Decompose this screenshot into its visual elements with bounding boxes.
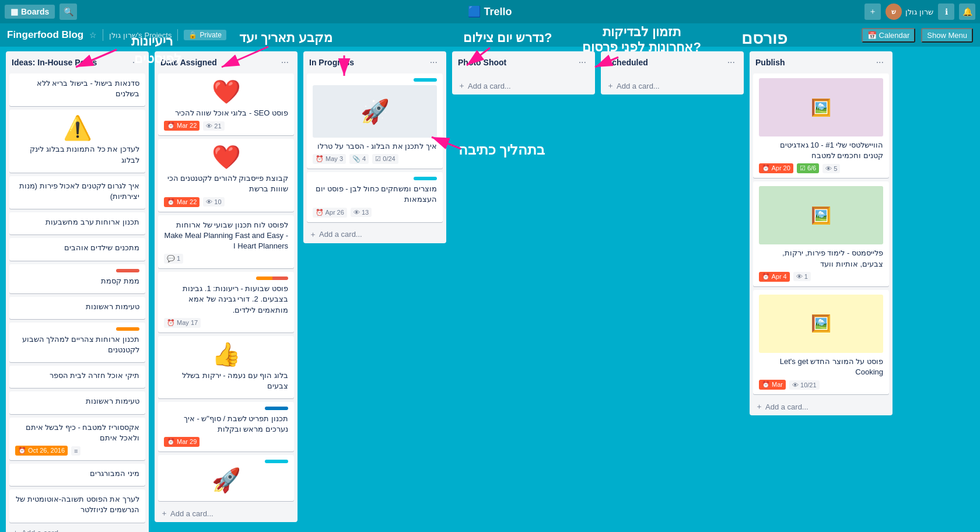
add-card-button[interactable]: ＋ Add a card... [750, 398, 892, 415]
card-text: תיקי אוכל חזרה לבית הספר [15, 370, 139, 381]
card-emoji: ❤️ [164, 78, 288, 106]
column-menu-button[interactable]: ··· [427, 56, 440, 69]
card-text: לעדכן את כל התמונות בבלוג לינק לבלוג [15, 144, 139, 165]
notification-button[interactable]: 🔔 [959, 4, 975, 20]
plus-icon: ＋ [12, 527, 19, 532]
card-emoji: 🚀 [164, 467, 288, 494]
column-header-photo-shoot: Photo Shoot ··· [452, 51, 595, 74]
search-button[interactable]: 🔍 [60, 4, 77, 20]
card-text: אקססוריז למטבח - כיף לבשל איתם ולאכל אית… [15, 422, 139, 443]
due-date-badge: ⏰ Oct 26, 2016 [15, 446, 68, 456]
star-icon[interactable]: ☆ [89, 30, 97, 40]
column-menu-button[interactable]: ··· [873, 56, 887, 69]
card[interactable]: מוצרים ומשחקים כחול לבן - פוסט יום העצמא… [307, 172, 443, 222]
column-menu-button[interactable]: ··· [576, 56, 589, 69]
trello-logo: 🟦 Trello [468, 5, 512, 18]
card-text: מתכנים שילדים אוהבים [15, 243, 139, 253]
card[interactable]: 👍בלוג הוף עם נעמה - ירקות בשלל צבעים [158, 336, 294, 398]
comments-badge: 💬 1 [164, 254, 183, 264]
divider2 [177, 29, 178, 41]
plus-icon: ＋ [607, 80, 614, 91]
add-button[interactable]: ＋ [864, 4, 881, 20]
color-bar [116, 269, 139, 272]
column-header-in-progress: In Progress ··· [303, 51, 446, 74]
checklist-badge: ☑ 0/24 [372, 154, 398, 164]
watchers-badge: 👁 10/21 [789, 380, 820, 390]
nav-right: ＋ ש שרון גולן ℹ 🔔 [864, 4, 975, 20]
watchers-badge: 👁 5 [822, 164, 840, 173]
card-text: תכנון ארוחות צהריים למהלך השבוע לקטנטנים [15, 334, 139, 355]
column-header-date-assigned: Date Assigned ··· [155, 51, 298, 74]
card-meta: ⏰ Mar 22👁 21 [164, 121, 288, 131]
sub-header: Fingerfood Blog ☆ שרון גולן's Projects 🔒… [0, 23, 980, 47]
column-header-publish: Publish ··· [750, 51, 892, 74]
card[interactable]: תכנון תפריט לשבת / סוף"ש - איך נערכים מר… [158, 402, 294, 452]
card[interactable]: 🚀 איך לתכנן את הבלוג - הסבר על טרלו⏰ May… [307, 74, 443, 169]
column-title: Publish [755, 58, 785, 67]
card-emoji: ❤️ [164, 144, 288, 171]
lock-icon: 🔒 [188, 31, 197, 39]
card[interactable]: תכנון ארוחות צהריים למהלך השבוע לקטנטנים [9, 323, 145, 362]
info-button[interactable]: ℹ [938, 4, 954, 20]
checklist-badge: ☑ 6/6 [797, 163, 819, 173]
card[interactable]: לערך את הפוסט תשובה-אוטומטית של הנרשמים … [9, 489, 145, 522]
card-emoji: ⚠️ [15, 114, 139, 142]
due-date-badge: ⏰ May 3 [313, 154, 346, 164]
card-text: פלייסמטס - לימוד פירות, ירקות, צבעים, או… [759, 248, 883, 269]
column-menu-button[interactable]: ··· [724, 56, 738, 69]
card[interactable]: טעימות ראשונות [9, 391, 145, 414]
add-card-button[interactable]: ＋ Add a card... [6, 524, 149, 532]
card[interactable]: פוסט שבועות - ריעונות: 1. גבינות בצבעים.… [158, 272, 294, 332]
card-image: 🚀 [313, 85, 437, 138]
column-title: In Progress [309, 58, 354, 67]
card[interactable]: סדנאות בישול - בישול בריא ללא בשלנים [9, 74, 145, 106]
add-card-button[interactable]: ＋ Add a card... [155, 505, 298, 522]
column-menu-button[interactable]: ··· [130, 56, 143, 69]
due-date-badge: ⏰ Apr 26 [313, 208, 347, 218]
calendar-button[interactable]: 📅 Calendar [862, 28, 916, 43]
show-menu-button[interactable]: Show Menu [921, 28, 973, 43]
sub-nav-right: 📅 Calendar Show Menu [862, 28, 973, 43]
card-text: טעימות ראשונות [15, 302, 139, 312]
card[interactable]: ⚠️לעדכן את כל התמונות בבלוג לינק לבלוג [9, 110, 145, 172]
card[interactable]: מתכנים שילדים אוהבים [9, 238, 145, 260]
card[interactable]: ממת קסמת [9, 264, 145, 293]
board-area: Ideas: In-House Posts ···סדנאות בישול - … [0, 47, 980, 532]
card[interactable]: תיקי אוכל חזרה לבית הספר [9, 366, 145, 388]
card[interactable]: אקססוריז למטבח - כיף לבשל איתם ולאכל אית… [9, 418, 145, 460]
card[interactable]: ❤️פוסט SEO - בלוגי אוכל שווה להכיר⏰ Mar … [158, 74, 294, 135]
projects-link[interactable]: שרון גולן's Projects [109, 31, 172, 40]
boards-button[interactable]: ▦ Boards [5, 5, 55, 19]
add-card-button[interactable]: ＋ Add a card... [303, 226, 446, 243]
card[interactable]: איך לגרום לקטנים לאכול פירות (מנות יצירת… [9, 176, 145, 209]
card[interactable]: ❤️קבוצת פייסבוק להורים לקטנטנים הכי שווו… [158, 139, 294, 211]
column-header-ideas: Ideas: In-House Posts ··· [6, 51, 149, 74]
card[interactable]: 🖼️ פוסט על המוצר החדש Let's get Cooking⏰… [753, 290, 889, 394]
card-meta: 💬 1 [164, 254, 288, 264]
card[interactable]: 🚀 [158, 455, 294, 501]
card-text: איך לתכנן את הבלוג - הסבר על טרלו [313, 141, 437, 152]
watchers-badge: 👁 13 [351, 208, 372, 217]
card[interactable]: 🖼️ פלייסמטס - לימוד פירות, ירקות, צבעים,… [753, 181, 889, 286]
card-text: פוסט SEO - בלוגי אוכל שווה להכיר [164, 108, 288, 118]
column-scheduled: Scheduled ···＋ Add a card... [601, 51, 744, 94]
card[interactable]: תכנון ארוחות ערב מחשבעות [9, 212, 145, 235]
card-meta: ⏰ Mar 22👁 10 [164, 197, 288, 207]
due-date-badge: ⏰ Apr 4 [759, 272, 790, 282]
attachments-badge: 📎 4 [349, 154, 369, 164]
card[interactable]: מיני המבורגרים [9, 464, 145, 486]
card[interactable]: טעימות ראשונות [9, 297, 145, 319]
column-menu-button[interactable]: ··· [278, 56, 292, 69]
card-text: ממת קסמת [15, 276, 139, 286]
card[interactable]: 🖼️ הוויישלטסי שלי #1 - 10 גאדגיטים קטנים… [753, 74, 889, 178]
color-bar [265, 407, 288, 410]
card-emoji: 👍 [164, 341, 288, 368]
add-card-button[interactable]: ＋ Add a card... [452, 77, 595, 94]
card-text: פוסט שבועות - ריעונות: 1. גבינות בצבעים.… [164, 284, 288, 316]
add-card-button[interactable]: ＋ Add a card... [601, 77, 744, 94]
column-photo-shoot: Photo Shoot ···＋ Add a card... [452, 51, 595, 94]
card[interactable]: לפוסט לוח תכנון שבועי של ארוחות Make Mea… [158, 215, 294, 269]
card-text: פוסט על המוצר החדש Let's get Cooking [759, 356, 883, 377]
card-image: 🖼️ [759, 295, 883, 353]
card-text: לפוסט לוח תכנון שבועי של ארוחות Make Mea… [164, 220, 288, 252]
